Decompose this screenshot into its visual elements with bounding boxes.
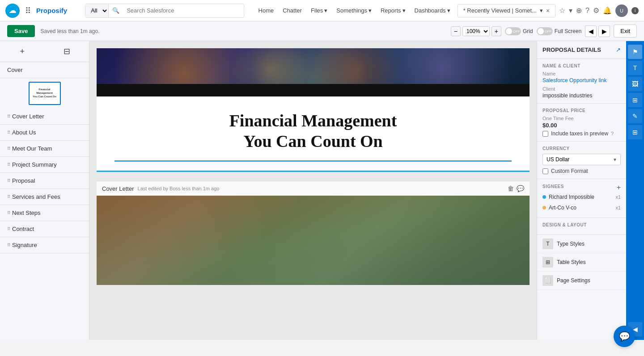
proposal-price-section: PROPOSAL PRICE One Time Fee $0.00 Includ… (537, 104, 626, 142)
favorites-dropdown-icon[interactable]: ▾ (569, 6, 572, 15)
notification-icon[interactable]: 🔔 (603, 6, 612, 15)
custom-format-row: Custom Format (542, 168, 621, 174)
sidebar-item-contract[interactable]: ⠿ Contract (0, 221, 89, 237)
fullscreen-toggle-control: OFF Full Screen (537, 27, 582, 35)
custom-format-checkbox[interactable] (542, 168, 548, 174)
grid-icon-btn[interactable]: ⊞ (628, 125, 642, 139)
cover-title: Financial Management You Can Count On (114, 111, 512, 151)
nav-home[interactable]: Home (255, 7, 278, 14)
sidebar-item-cover-letter[interactable]: ⠿ Cover Letter (0, 109, 89, 125)
currency-row: US Dollar (542, 154, 621, 165)
signee-dot-0 (542, 195, 546, 199)
page-settings-icon: ⬜ (542, 275, 553, 286)
help-tooltip-icon[interactable]: ? (611, 131, 614, 136)
cover-text-area[interactable]: Financial Management You Can Count On (97, 96, 530, 172)
save-status: Saved less than 1m ago. (40, 28, 99, 34)
name-value[interactable]: Salesforce Opportunity link (542, 77, 621, 84)
sidebar-item-proposal[interactable]: ⠿ Proposal (0, 173, 89, 189)
collapse-sidebar-button[interactable]: ⊟ (45, 41, 89, 62)
sidebar-item-next-steps[interactable]: ⠿ Next Steps (0, 205, 89, 221)
nav-chatter[interactable]: Chatter (279, 7, 305, 14)
grid-label: Grid (523, 28, 533, 34)
nav-files[interactable]: Files ▾ (307, 7, 331, 14)
image-icon-btn[interactable]: 🖼 (628, 77, 642, 91)
navigation-arrows: ◀ ▶ (585, 25, 610, 37)
prev-page-button[interactable]: ◀ (585, 25, 597, 37)
tax-checkbox-row: Include taxes in preview ? (542, 130, 621, 137)
sidebar-item-cover[interactable]: Cover (0, 62, 89, 78)
fullscreen-toggle[interactable]: OFF (537, 27, 553, 35)
tax-checkbox[interactable] (542, 131, 548, 137)
cover-letter-title: Cover Letter (102, 185, 134, 192)
close-tab-icon[interactable]: × (546, 7, 550, 14)
type-styles-label: Type Styles (557, 241, 585, 247)
sidebar-item-meet-our-team[interactable]: ⠿ Meet Our Team (0, 141, 89, 157)
avatar[interactable]: U (615, 4, 628, 17)
sidebar-thumbnail: FinancialManagementYou Can Count On (0, 78, 89, 109)
sidebar-item-project-summary[interactable]: ⠿ Project Summary (0, 157, 89, 173)
sidebar-item-about-us[interactable]: ⠿ About Us (0, 125, 89, 141)
search-filter-select[interactable]: All (85, 4, 109, 17)
exit-button[interactable]: Exit (614, 25, 637, 38)
add-section-button[interactable]: + (0, 41, 45, 62)
zoom-control: − 100% + (451, 26, 501, 36)
table-styles-label: Table Styles (557, 259, 586, 265)
client-value: impossible industries (542, 92, 621, 99)
flag-icon-btn[interactable]: ⚑ (628, 45, 642, 59)
search-icon[interactable]: 🔍 (109, 5, 123, 16)
cover-letter-section: Cover Letter Last edited by Boss less th… (97, 181, 530, 285)
search-input[interactable] (123, 5, 243, 16)
delete-section-button[interactable]: 🗑 (508, 185, 514, 192)
draw-icon-btn[interactable]: ✎ (628, 109, 642, 123)
cover-letter-image[interactable] (97, 196, 530, 285)
favorites-icon[interactable]: ☆ (559, 6, 565, 15)
page-settings-item[interactable]: ⬜ Page Settings (537, 272, 626, 290)
right-panel: PROPOSAL DETAILS ↗ NAME & CLIENT Name Sa… (537, 41, 626, 340)
last-edited-text: Last edited by Boss less than 1m ago (138, 186, 220, 191)
signee-count-1: x1 (615, 205, 621, 210)
signee-item-0: Richard Impossible x1 (542, 192, 621, 202)
currency-select[interactable]: US Dollar (542, 154, 621, 165)
grid-menu-icon[interactable]: ⠿ (25, 6, 31, 16)
zoom-select[interactable]: 100% (462, 26, 490, 36)
salesforce-logo: ☁ (5, 4, 20, 18)
editor-toolbar: Save Saved less than 1m ago. − 100% + OF… (0, 21, 644, 41)
type-styles-item[interactable]: T Type Styles (537, 235, 626, 253)
top-navigation: ☁ ⠿ Proposify All 🔍 Home Chatter Files ▾… (0, 0, 644, 21)
next-page-button[interactable]: ▶ (598, 25, 610, 37)
grid-toggle[interactable]: OFF (505, 27, 521, 35)
save-button[interactable]: Save (7, 25, 35, 37)
page-thumbnail[interactable]: FinancialManagementYou Can Count On (29, 82, 61, 105)
info-icon[interactable]: i (631, 7, 639, 14)
table-icon-btn[interactable]: ⊞ (628, 93, 642, 107)
add-signee-button[interactable]: + (617, 184, 621, 192)
text-icon-btn[interactable]: T (628, 61, 642, 75)
cover-image[interactable] (97, 48, 530, 84)
price-title: PROPOSAL PRICE (542, 108, 621, 113)
nav-reports[interactable]: Reports ▾ (377, 7, 409, 14)
table-styles-item[interactable]: ⊞ Table Styles (537, 253, 626, 272)
sidebar-item-signature[interactable]: ⠿ Signature (0, 237, 89, 253)
global-search[interactable]: All 🔍 (85, 4, 244, 18)
nav-actions: ☆ ▾ ⊕ ? ⚙ 🔔 U i (559, 4, 639, 17)
signee-item-1: Art-Co V-co x1 (542, 202, 621, 213)
comment-section-button[interactable]: 💬 (517, 185, 524, 192)
zoom-in-button[interactable]: + (491, 26, 501, 36)
design-layout-section: DESIGN & LAYOUT (537, 218, 626, 235)
nav-somethings[interactable]: Somethings ▾ (333, 7, 375, 14)
help-icon[interactable]: ? (585, 7, 589, 15)
nav-dashboards[interactable]: Dashboards ▾ (411, 7, 454, 14)
cover-underline (114, 160, 512, 162)
recent-tab[interactable]: * Recently Viewed | Somet... ▾ × (458, 4, 555, 17)
name-client-title: NAME & CLIENT (542, 63, 621, 68)
currency-section: CURRENCY US Dollar Custom Format (537, 142, 626, 179)
section-actions: 🗑 💬 (508, 185, 524, 192)
signee-count-0: x1 (615, 194, 621, 200)
add-icon[interactable]: ⊕ (576, 6, 582, 15)
sidebar-item-services-fees[interactable]: ⠿ Services and Fees (0, 189, 89, 205)
open-external-button[interactable]: ↗ (616, 46, 621, 53)
app-name: Proposify (36, 7, 67, 14)
sidebar: + ⊟ Cover FinancialManagementYou Can Cou… (0, 41, 89, 340)
zoom-out-button[interactable]: − (451, 26, 461, 36)
settings-icon[interactable]: ⚙ (593, 6, 599, 15)
